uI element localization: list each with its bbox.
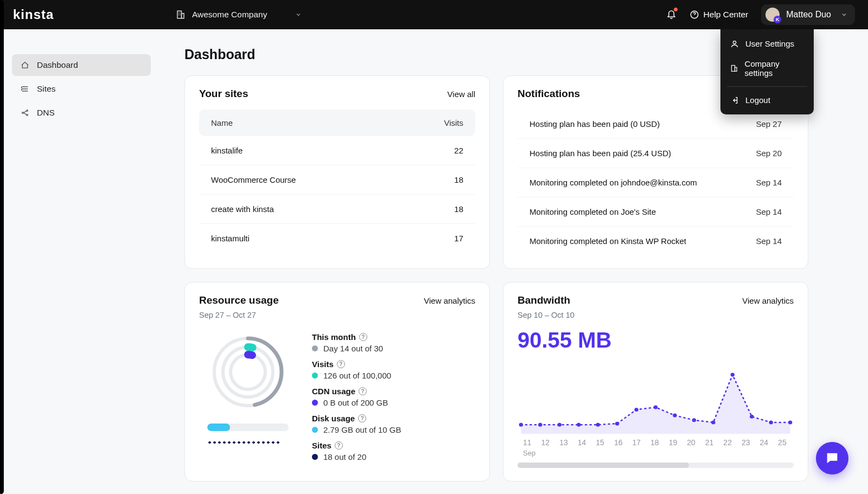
svg-point-27	[750, 415, 754, 419]
col-visits-header: Visits	[420, 118, 463, 127]
sidenav: Dashboard Sites DNS	[0, 29, 163, 494]
page-title: Dashboard	[184, 47, 808, 62]
bandwidth-scrollbar[interactable]	[518, 463, 794, 468]
user-name: Matteo Duo	[786, 10, 831, 20]
metric-title: Disk usage ?	[312, 414, 475, 423]
sidenav-label: DNS	[37, 108, 55, 118]
notification-text: Monitoring completed on Joe's Site	[529, 207, 656, 216]
col-name-header: Name	[211, 118, 420, 127]
x-tick: 15	[596, 438, 604, 447]
metric-dot	[312, 454, 318, 460]
notifications-bell[interactable]	[666, 9, 676, 21]
svg-point-22	[654, 406, 658, 409]
notification-text: Hosting plan has been paid (25.4 USD)	[529, 149, 671, 158]
metric-value: 18 out of 20	[312, 452, 475, 461]
metric-title: This month ?	[312, 332, 475, 342]
sidenav-item-dns[interactable]: DNS	[12, 102, 151, 124]
resource-view-analytics[interactable]: View analytics	[424, 296, 475, 305]
resource-range: Sep 27 – Oct 27	[199, 311, 475, 319]
sites-card-title: Your sites	[199, 88, 248, 100]
company-settings-item[interactable]: Company settings	[720, 54, 814, 83]
donut-chart	[207, 331, 289, 413]
info-icon[interactable]: ?	[359, 333, 367, 341]
dropdown-separator	[727, 86, 807, 87]
notification-text: Monitoring completed on Kinsta WP Rocket	[529, 236, 686, 246]
help-center-label: Help Center	[704, 10, 749, 20]
user-settings-item[interactable]: User Settings	[720, 34, 814, 54]
logout-item[interactable]: Logout	[720, 90, 814, 110]
info-icon[interactable]: ?	[335, 441, 343, 450]
svg-point-24	[692, 418, 696, 422]
notification-row[interactable]: Monitoring completed on Joe's SiteSep 14	[518, 197, 794, 227]
svg-point-26	[731, 373, 735, 377]
sidenav-item-sites[interactable]: Sites	[12, 78, 151, 100]
notification-date: Sep 14	[756, 236, 782, 246]
info-icon[interactable]: ?	[359, 387, 367, 395]
x-tick: 12	[541, 438, 550, 447]
bandwidth-card: Bandwidth View analytics Sep 10 – Oct 10…	[503, 282, 808, 482]
site-name: create with kinsta	[211, 204, 420, 214]
svg-point-11	[231, 355, 265, 389]
info-icon[interactable]: ?	[358, 414, 366, 422]
site-visits: 22	[420, 146, 463, 155]
notification-text: Hosting plan has been paid (0 USD)	[529, 119, 660, 129]
site-name: WooCommerce Course	[211, 175, 420, 184]
x-tick: 19	[669, 438, 678, 447]
metric-value: Day 14 out of 30	[312, 344, 475, 353]
info-icon[interactable]: ?	[337, 360, 345, 368]
metric-dot	[312, 400, 318, 406]
site-row[interactable]: create with kinsta18	[199, 195, 475, 224]
window-left-edge	[0, 0, 4, 494]
intercom-chat-button[interactable]	[816, 442, 848, 474]
svg-point-28	[769, 420, 773, 424]
notification-row[interactable]: Hosting plan has been paid (25.4 USD)Sep…	[518, 139, 794, 168]
svg-point-6	[22, 112, 24, 114]
svg-rect-1	[182, 14, 184, 18]
sites-view-all[interactable]: View all	[448, 89, 475, 99]
sites-card: Your sites View all Name Visits kinstali…	[184, 75, 490, 269]
svg-point-8	[27, 114, 28, 116]
notification-date: Sep 27	[756, 119, 782, 129]
x-tick: 16	[614, 438, 623, 447]
metric-dot	[312, 427, 318, 433]
sites-table: Name Visits kinstalife22WooCommerce Cour…	[199, 110, 475, 253]
user-dropdown: User Settings Company settings Logout	[720, 29, 814, 114]
bandwidth-range: Sep 10 – Oct 10	[518, 311, 794, 319]
chevron-down-icon	[841, 11, 847, 18]
svg-point-21	[634, 408, 638, 412]
logo-text: kinsta	[13, 7, 54, 22]
chat-icon	[825, 451, 840, 466]
x-tick: 20	[687, 438, 695, 447]
svg-point-23	[673, 414, 676, 418]
sidenav-label: Sites	[37, 84, 55, 94]
notification-row[interactable]: Monitoring completed on johndoe@kinsta.c…	[518, 168, 794, 197]
help-icon	[690, 10, 699, 20]
svg-rect-0	[177, 11, 182, 18]
notification-text: Monitoring completed on johndoe@kinsta.c…	[529, 178, 697, 187]
x-tick: 21	[705, 438, 714, 447]
sites-table-header: Name Visits	[199, 110, 475, 136]
svg-point-29	[788, 420, 792, 424]
sidenav-item-dashboard[interactable]: Dashboard	[12, 54, 151, 76]
bandwidth-view-analytics[interactable]: View analytics	[742, 296, 794, 305]
notification-row[interactable]: Monitoring completed on Kinsta WP Rocket…	[518, 227, 794, 255]
help-center-link[interactable]: Help Center	[690, 10, 749, 20]
svg-point-15	[519, 423, 523, 427]
bandwidth-x-axis: 111213141516171819202122232425	[518, 438, 794, 447]
resource-metrics: This month ?Day 14 out of 30Visits ?126 …	[312, 331, 475, 468]
x-tick: 18	[650, 438, 659, 447]
bandwidth-chart	[518, 363, 794, 434]
user-menu-trigger[interactable]: Matteo Duo	[761, 4, 855, 25]
building-icon	[176, 10, 186, 20]
company-settings-label: Company settings	[745, 59, 804, 78]
svg-rect-4	[731, 66, 735, 72]
logo[interactable]: kinsta	[13, 7, 154, 22]
site-row[interactable]: kinstamulti17	[199, 224, 475, 253]
company-name: Awesome Company	[192, 10, 267, 20]
notification-date: Sep 14	[756, 178, 782, 187]
site-name: kinstalife	[211, 146, 420, 155]
site-row[interactable]: WooCommerce Course18	[199, 165, 475, 195]
logout-label: Logout	[745, 95, 770, 105]
company-switcher[interactable]: Awesome Company	[176, 10, 302, 20]
site-row[interactable]: kinstalife22	[199, 136, 475, 165]
